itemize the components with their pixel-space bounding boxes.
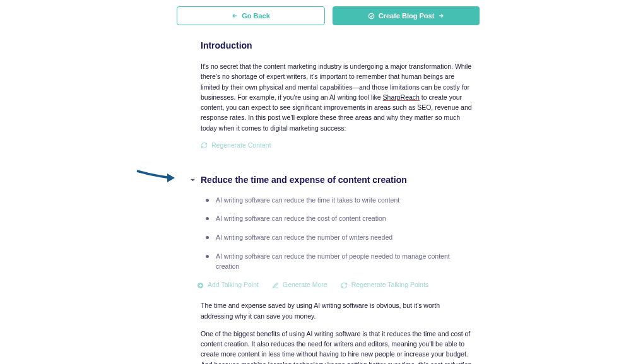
section-reduce-header[interactable]: Reduce the time and expense of content c… bbox=[189, 173, 473, 187]
regenerate-talking-points-button[interactable]: Regenerate Talking Points bbox=[341, 280, 428, 290]
generate-more-button[interactable]: Generate More bbox=[272, 280, 327, 290]
caret-down-icon bbox=[189, 177, 196, 183]
talking-point-item[interactable]: AI writing software can reduce the time … bbox=[206, 196, 473, 206]
talking-point-item[interactable]: AI writing software can reduce the numbe… bbox=[206, 233, 473, 243]
go-back-button[interactable]: Go Back bbox=[177, 6, 325, 25]
annotation-arrow-icon bbox=[136, 168, 180, 185]
edit-icon bbox=[272, 282, 279, 289]
talking-point-item[interactable]: AI writing software can reduce the cost … bbox=[206, 214, 473, 224]
create-blog-post-label: Create Blog Post bbox=[379, 12, 435, 20]
page-container: Go Back Create Blog Post Introduction It… bbox=[177, 0, 480, 364]
generate-more-label: Generate More bbox=[283, 280, 327, 290]
tool-link[interactable]: SharpReach bbox=[383, 93, 420, 101]
intro-actions: Regenerate Content bbox=[201, 141, 473, 152]
arrow-right-icon bbox=[438, 13, 444, 19]
regenerate-talking-points-label: Regenerate Talking Points bbox=[351, 280, 428, 290]
add-talking-point-label: Add Talking Point bbox=[208, 280, 259, 290]
intro-title: Introduction bbox=[201, 39, 473, 52]
refresh-icon bbox=[341, 282, 348, 289]
arrow-left-icon bbox=[232, 13, 238, 19]
talking-points-actions: Add Talking Point Generate More Regenera… bbox=[197, 280, 473, 291]
header-buttons: Go Back Create Blog Post bbox=[177, 6, 480, 25]
content-area: Introduction It's no secret that the con… bbox=[177, 39, 480, 364]
go-back-label: Go Back bbox=[242, 12, 270, 20]
regenerate-content-button[interactable]: Regenerate Content bbox=[201, 141, 271, 151]
talking-point-item[interactable]: AI writing software can reduce the numbe… bbox=[206, 252, 473, 272]
refresh-icon bbox=[201, 142, 208, 149]
add-talking-point-button[interactable]: Add Talking Point bbox=[197, 280, 259, 290]
section-reduce-title: Reduce the time and expense of content c… bbox=[201, 173, 407, 187]
intro-body: It's no secret that the content marketin… bbox=[201, 61, 473, 133]
create-blog-post-button[interactable]: Create Blog Post bbox=[333, 6, 480, 25]
plus-circle-icon bbox=[197, 282, 204, 289]
reduce-para-1: The time and expense saved by using AI w… bbox=[201, 300, 473, 321]
talking-points-list: AI writing software can reduce the time … bbox=[206, 196, 473, 272]
regenerate-content-label: Regenerate Content bbox=[211, 141, 271, 151]
reduce-para-2: One of the biggest benefits of using AI … bbox=[201, 329, 473, 364]
check-circle-icon bbox=[368, 13, 375, 20]
